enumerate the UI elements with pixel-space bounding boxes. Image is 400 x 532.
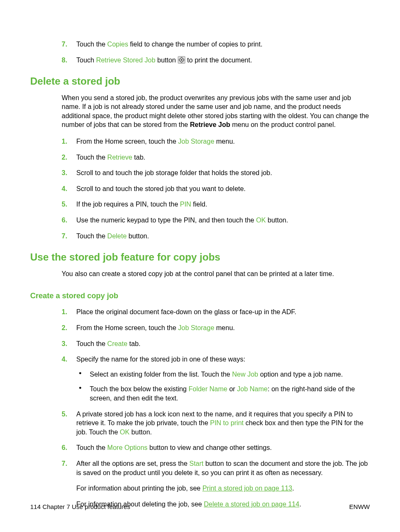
step-item: 1.Place the original document face-down … (30, 307, 370, 317)
step-number: 4. (62, 355, 67, 364)
ui-term: OK (120, 429, 130, 436)
step-item: 6.Touch the More Options button to view … (30, 443, 370, 452)
bold-term: Retrieve Job (190, 121, 230, 128)
top-steps: 7.Touch the Copies field to change the n… (30, 40, 370, 65)
step-text: From the Home screen, touch the Job Stor… (76, 138, 235, 145)
step-item: 7.Touch the Delete button. (30, 232, 370, 241)
step-item: 7.Touch the Copies field to change the n… (30, 40, 370, 49)
heading-copy-jobs: Use the stored job feature for copy jobs (30, 251, 370, 264)
step-text: After all the options are set, press the… (76, 460, 368, 476)
step-number: 6. (62, 443, 67, 452)
sub-bullets: Select an existing folder from the list.… (76, 370, 370, 403)
step-item: 4.Scroll to and touch the stored job tha… (30, 184, 370, 194)
start-icon (178, 56, 185, 64)
step-text: A private stored job has a lock icon nex… (76, 411, 364, 436)
bullet-item: Touch the box below the existing Folder … (76, 385, 370, 403)
step-item: 5.A private stored job has a lock icon n… (30, 410, 370, 437)
step-number: 6. (62, 216, 67, 225)
ui-term: Job Storage (178, 138, 214, 145)
step-number: 3. (62, 339, 67, 349)
step-number: 7. (62, 459, 67, 468)
page-footer: 114 Chapter 7 Use product features ENWW (30, 503, 370, 511)
step-item: 4.Specify the name for the stored job in… (30, 355, 370, 403)
ui-term: OK (256, 217, 266, 224)
step-text: From the Home screen, touch the Job Stor… (76, 324, 235, 331)
step-item: 5.If the job requires a PIN, touch the P… (30, 200, 370, 209)
step-text: Touch the Retrieve tab. (76, 154, 145, 161)
step-item: 3.Scroll to and touch the job storage fo… (30, 168, 370, 178)
ui-term: PIN (180, 201, 191, 208)
ui-term: Start (189, 460, 203, 467)
ui-term: PIN to print (210, 419, 244, 426)
step-item: 6.Use the numeric keypad to type the PIN… (30, 216, 370, 225)
ui-term: Copies (107, 41, 128, 48)
step-item: 7.After all the options are set, press t… (30, 459, 370, 509)
step-text: Use the numeric keypad to type the PIN, … (76, 217, 288, 224)
ui-term: Folder Name (189, 385, 227, 393)
step-number: 4. (62, 184, 67, 194)
step-text: Specify the name for the stored job in o… (76, 356, 245, 363)
step-item: 3.Touch the Create tab. (30, 339, 370, 349)
step-number: 5. (62, 410, 67, 419)
step-text: If the job requires a PIN, touch the PIN… (76, 201, 207, 208)
step-number: 2. (62, 153, 67, 162)
ui-term: Job Storage (178, 324, 214, 331)
ui-term: New Job (232, 371, 258, 378)
footer-left: 114 Chapter 7 Use product features (30, 503, 130, 511)
ui-term: Job Name (237, 385, 268, 393)
step-text: Place the original document face-down on… (76, 308, 296, 315)
document-page: 7.Touch the Copies field to change the n… (0, 0, 400, 532)
ui-term: Retrieve Stored Job (96, 57, 155, 64)
para-copy-intro: You also can create a stored copy job at… (30, 269, 370, 279)
step-item: 1.From the Home screen, touch the Job St… (30, 137, 370, 146)
steps-create-copy: 1.Place the original document face-down … (30, 307, 370, 509)
ui-term: Retrieve (107, 154, 132, 161)
step-number: 7. (62, 232, 67, 241)
ui-term: More Options (107, 444, 148, 451)
ui-term: Delete (107, 232, 127, 240)
step-text: Scroll to and touch the job storage fold… (76, 169, 272, 176)
step-item: 2.Touch the Retrieve tab. (30, 153, 370, 162)
ui-term: Create (107, 340, 127, 347)
step-text: Scroll to and touch the stored job that … (76, 185, 246, 192)
step-number: 1. (62, 137, 67, 146)
step-item: 2.From the Home screen, touch the Job St… (30, 323, 370, 333)
step-number: 8. (62, 56, 67, 65)
step-number: 2. (62, 323, 67, 333)
step-text: Touch the Copies field to change the num… (76, 41, 262, 48)
step-number: 5. (62, 200, 67, 209)
steps-delete: 1.From the Home screen, touch the Job St… (30, 137, 370, 240)
step-text: Touch the More Options button to view an… (76, 444, 272, 451)
step-item: 8.Touch Retrieve Stored Job button to pr… (30, 56, 370, 65)
cross-reference-link[interactable]: Print a stored job on page 113 (203, 485, 292, 492)
heading-delete-stored-job: Delete a stored job (30, 75, 370, 88)
step-text: Touch the Delete button. (76, 232, 149, 240)
svg-point-2 (181, 59, 182, 61)
step-number: 3. (62, 168, 67, 178)
footer-right: ENWW (349, 503, 370, 511)
step-number: 7. (62, 40, 67, 49)
para-delete-intro: When you send a stored job, the product … (30, 93, 370, 129)
step-text: Touch the Create tab. (76, 340, 140, 347)
step-text: Touch Retrieve Stored Job button to prin… (76, 57, 252, 64)
step-number: 1. (62, 307, 67, 317)
bullet-item: Select an existing folder from the list.… (76, 370, 370, 379)
subheading-create-copy-job: Create a stored copy job (30, 291, 370, 301)
step-extra-paragraph: For information about printing the job, … (76, 484, 370, 493)
